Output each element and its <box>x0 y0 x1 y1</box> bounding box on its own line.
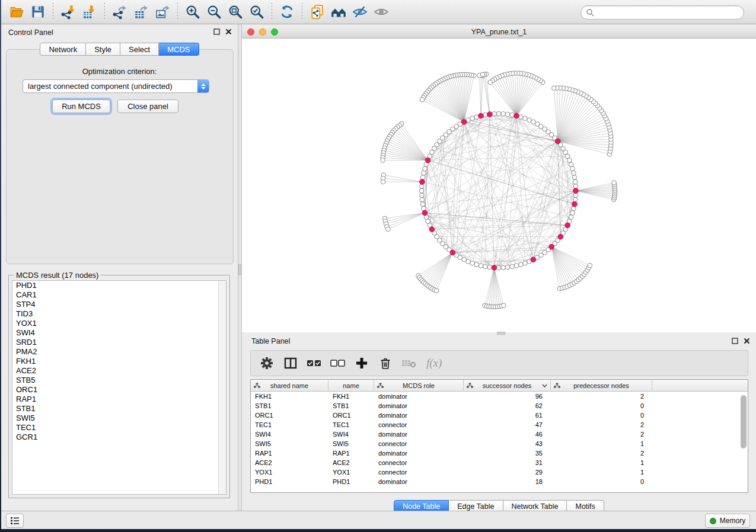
column-header-label: name <box>343 382 359 389</box>
table-row[interactable]: STB1STB1dominator620 <box>251 401 748 411</box>
criterion-dropdown[interactable]: largest connected component (undirected) <box>23 79 209 93</box>
table-row[interactable]: RAP1RAP1dominator352 <box>251 448 748 458</box>
table-row[interactable]: SWI5SWI5connector431 <box>251 439 748 448</box>
cell-successor-nodes: 29 <box>464 467 551 477</box>
import-table-icon <box>82 4 97 20</box>
save-session-button[interactable] <box>29 3 47 21</box>
tab-select[interactable]: Select <box>120 43 159 56</box>
tab-network[interactable]: Network <box>40 43 86 56</box>
cell-successor-nodes: 43 <box>464 439 551 448</box>
open-folder-icon <box>9 4 24 20</box>
column-header-MCDS-role[interactable]: MCDS role <box>374 380 464 392</box>
mcds-result-item[interactable]: SWI5 <box>12 414 226 423</box>
table-settings-button[interactable] <box>259 355 275 371</box>
deselect-all-button[interactable] <box>330 355 346 371</box>
cell-successor-nodes: 35 <box>464 448 551 458</box>
close-table-panel-icon[interactable] <box>744 338 750 344</box>
import-table-button[interactable] <box>81 3 98 21</box>
refresh-button[interactable] <box>278 3 296 21</box>
column-header-name[interactable]: name <box>328 380 374 392</box>
column-layout-button[interactable] <box>283 355 298 371</box>
hide-selected-button[interactable] <box>351 3 369 21</box>
mcds-result-item[interactable]: ACE2 <box>12 366 226 376</box>
column-header-shared-name[interactable]: shared name <box>251 380 328 392</box>
cell-successor-nodes: 96 <box>464 392 551 401</box>
float-table-panel-icon[interactable] <box>732 338 738 344</box>
import-network-button[interactable] <box>59 3 77 21</box>
mcds-result-item[interactable]: TID3 <box>12 309 226 319</box>
table-row[interactable]: FKH1FKH1dominator962 <box>251 392 748 401</box>
search-field[interactable] <box>580 5 744 20</box>
float-panel-icon[interactable] <box>213 28 220 35</box>
cell-successor-nodes: 47 <box>464 420 551 430</box>
table-row[interactable]: ACE2ACE2connector311 <box>251 458 748 467</box>
export-network-button[interactable] <box>111 3 129 21</box>
zoom-selected-button[interactable] <box>248 3 266 21</box>
mcds-result-list[interactable]: PHD1CAR1STP4TID3YOX1SWI4SRD1PMA2FKH1ACE2… <box>12 280 227 495</box>
table-scrollbar-thumb[interactable] <box>741 395 747 448</box>
mcds-result-item[interactable]: STB1 <box>12 404 226 414</box>
zoom-out-button[interactable] <box>205 3 223 21</box>
mcds-result-item[interactable]: STP4 <box>12 300 226 309</box>
memory-button[interactable]: Memory <box>705 514 750 528</box>
cell-predecessor-nodes: 2 <box>551 420 652 430</box>
right-region: YPA_prune.txt_1 Table Panel <box>241 24 756 511</box>
zoom-in-button[interactable] <box>184 3 202 21</box>
mcds-result-item[interactable]: GCR1 <box>12 432 226 442</box>
table-row[interactable]: SWI4SWI4dominator462 <box>251 430 748 439</box>
delete-column-button[interactable] <box>378 355 393 371</box>
search-icon <box>586 8 594 17</box>
delete-table-button[interactable] <box>401 355 417 371</box>
close-panel-button[interactable]: Close panel <box>117 100 178 113</box>
cell-predecessor-nodes: 1 <box>551 458 652 467</box>
select-all-button[interactable] <box>307 355 322 371</box>
trash-icon <box>379 357 392 370</box>
tab-mcds[interactable]: MCDS <box>159 43 199 56</box>
control-panel-title: Control Panel <box>8 28 53 37</box>
task-history-button[interactable] <box>6 514 24 528</box>
cell-successor-nodes: 31 <box>464 458 551 467</box>
zoom-fit-button[interactable] <box>227 3 244 21</box>
export-table-button[interactable] <box>132 3 150 21</box>
network-graph[interactable] <box>242 39 756 332</box>
add-column-button[interactable] <box>354 355 369 371</box>
mcds-result-item[interactable]: YOX1 <box>12 319 226 328</box>
node-table[interactable]: shared namenameMCDS rolesuccessor nodesp… <box>250 379 748 493</box>
cell-name: TEC1 <box>328 420 374 430</box>
network-window-titlebar[interactable]: YPA_prune.txt_1 <box>242 26 756 39</box>
mcds-result-item[interactable]: PHD1 <box>12 281 226 290</box>
network-view-canvas[interactable] <box>242 39 756 332</box>
column-header-predecessor-nodes[interactable]: predecessor nodes <box>551 380 652 392</box>
mcds-result-item[interactable]: TEC1 <box>12 423 226 432</box>
close-panel-icon[interactable] <box>225 28 232 35</box>
cell-shared-name: SWI4 <box>251 430 328 439</box>
network-window-title: YPA_prune.txt_1 <box>242 28 756 36</box>
column-header-successor-nodes[interactable]: successor nodes <box>464 380 551 392</box>
table-row[interactable]: PHD1PHD1dominator180 <box>251 477 748 486</box>
function-builder-button[interactable]: f(x) <box>426 357 442 370</box>
cell-shared-name: ACE2 <box>251 458 328 467</box>
run-mcds-button[interactable]: Run MCDS <box>52 100 110 113</box>
search-input[interactable] <box>596 8 733 17</box>
clone-network-button[interactable] <box>308 3 326 21</box>
export-image-button[interactable] <box>154 3 171 21</box>
table-row[interactable]: ORC1ORC1dominator610 <box>251 411 748 420</box>
result-list-scrollbar[interactable] <box>218 281 226 494</box>
mcds-result-item[interactable]: STB5 <box>12 376 226 385</box>
first-neighbors-button[interactable] <box>330 3 347 21</box>
import-network-icon <box>60 4 76 20</box>
mcds-result-item[interactable]: PMA2 <box>12 347 226 357</box>
mcds-result-item[interactable]: FKH1 <box>12 357 226 366</box>
cell-shared-name: STB1 <box>251 401 328 411</box>
tab-style[interactable]: Style <box>86 43 120 56</box>
mcds-result-item[interactable]: RAP1 <box>12 395 226 404</box>
mcds-result-item[interactable]: ORC1 <box>12 385 226 395</box>
table-row[interactable]: TEC1TEC1connector472 <box>251 420 748 430</box>
mcds-result-item[interactable]: SWI4 <box>12 328 226 338</box>
mcds-result-item[interactable]: CAR1 <box>12 290 226 300</box>
open-file-button[interactable] <box>8 3 25 21</box>
show-all-button[interactable] <box>372 3 390 21</box>
cell-MCDS-role: dominator <box>374 392 464 401</box>
table-row[interactable]: YOX1YOX1connector291 <box>251 467 748 477</box>
mcds-result-item[interactable]: SRD1 <box>12 338 226 347</box>
